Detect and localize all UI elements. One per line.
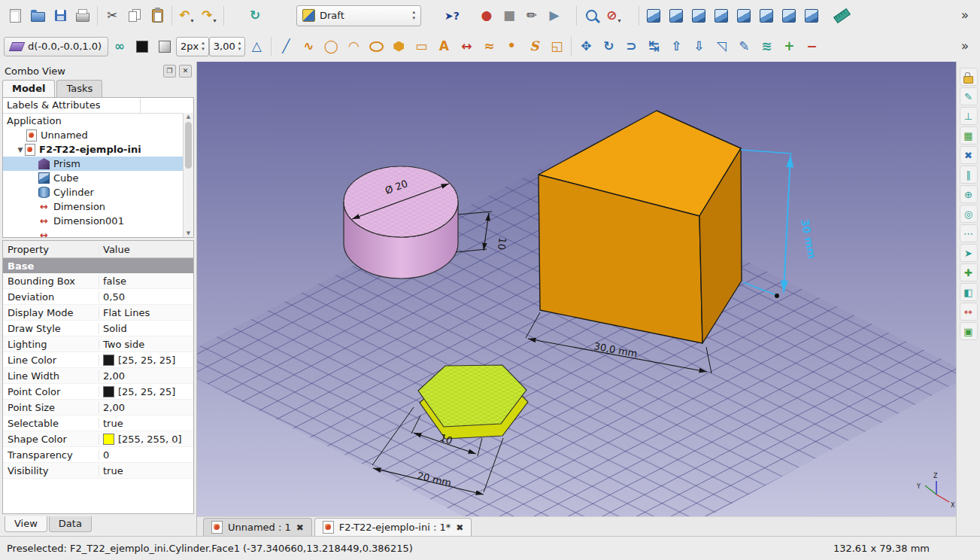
face-color-button[interactable] xyxy=(153,35,176,58)
tab-tasks[interactable]: Tasks xyxy=(56,80,102,97)
workbench-selector[interactable]: Draft ▴▾ xyxy=(296,5,421,26)
snap-perpendicular-button[interactable]: ⊥ xyxy=(960,107,978,125)
paste-button[interactable] xyxy=(146,5,168,27)
whatsthis-button[interactable]: ➤? xyxy=(441,5,463,27)
draft-upgrade-button[interactable]: ⇧ xyxy=(665,35,687,58)
scroll-down-icon[interactable]: ▼ xyxy=(184,230,193,236)
working-plane-button[interactable]: d(-0.0,-0.0,1.0) xyxy=(4,37,108,56)
redo-button[interactable]: ↷▾ xyxy=(198,5,220,27)
tree-item-prism[interactable]: Prism xyxy=(3,157,193,171)
tree-item-dimension[interactable]: ↔Dimension xyxy=(3,199,193,214)
close-tab-icon[interactable]: ✖ xyxy=(296,522,304,533)
draft-arc-button[interactable]: ◠ xyxy=(342,35,365,58)
property-row[interactable]: Selectabletrue xyxy=(3,415,193,431)
property-row[interactable]: Draw StyleSolid xyxy=(3,321,193,336)
property-row[interactable]: Bounding Boxfalse xyxy=(3,273,193,289)
tree-scrollbar[interactable]: ▲ ▼ xyxy=(183,113,193,237)
draft-offset-button[interactable]: ⊃ xyxy=(620,35,642,58)
draft-shapestring-button[interactable]: S xyxy=(523,35,545,58)
draft-text-button[interactable]: A xyxy=(432,35,455,58)
draft-facebinder-button[interactable]: ◱ xyxy=(545,35,568,58)
draft-scale-button[interactable]: ◹ xyxy=(710,35,733,58)
property-row[interactable]: LightingTwo side xyxy=(3,336,193,352)
snap-near-button[interactable]: ➤ xyxy=(960,244,978,262)
copy-button[interactable] xyxy=(123,5,146,27)
macro-stop-button[interactable]: ■ xyxy=(498,5,520,27)
zoom-selection-button[interactable] xyxy=(580,5,602,27)
draft-bspline-button[interactable]: ≈ xyxy=(478,35,500,58)
view-front-button[interactable] xyxy=(687,5,710,27)
draft-line-button[interactable]: ╱ xyxy=(275,35,297,58)
draft-dimension-button[interactable]: ↔ xyxy=(455,35,478,58)
tree-item-dimension001[interactable]: ↔Dimension001 xyxy=(3,214,193,228)
draft-edit-button[interactable]: ✎ xyxy=(733,35,755,58)
draft-circle-button[interactable]: ◯ xyxy=(320,35,342,58)
undo-button[interactable]: ↶▾ xyxy=(175,5,198,27)
scroll-up-icon[interactable]: ▲ xyxy=(184,114,193,120)
line-width-combo[interactable]: 2px ▴▾ xyxy=(176,37,209,56)
close-panel-button[interactable]: ✕ xyxy=(179,65,192,78)
scrollbar-thumb[interactable] xyxy=(185,122,192,169)
save-button[interactable] xyxy=(49,5,71,27)
draft-rotate-button[interactable]: ↻ xyxy=(597,35,620,58)
construction-mode-button[interactable]: △ xyxy=(245,35,268,58)
property-row[interactable]: Deviation0,50 xyxy=(3,289,193,305)
autogroup-button[interactable]: ∞ xyxy=(108,35,131,58)
doc-tab-active[interactable]: F2-T22-ejemplo-ini : 1* ✖ xyxy=(314,518,472,536)
view-top-button[interactable] xyxy=(710,5,733,27)
snap-lock-button[interactable] xyxy=(960,68,978,86)
tree-item-application[interactable]: Application xyxy=(3,114,193,128)
view-bottom-button[interactable] xyxy=(778,5,800,27)
text-size-spinbox[interactable]: 3,00 ▴▾ xyxy=(209,37,245,56)
tree-item-cylinder[interactable]: Cylinder xyxy=(3,185,193,199)
print-button[interactable] xyxy=(71,5,94,27)
snap-special-button[interactable]: ⋯ xyxy=(960,224,978,242)
draft-point-button[interactable]: • xyxy=(500,35,523,58)
view-left-button[interactable] xyxy=(800,5,823,27)
draft-wire-button[interactable]: ∿ xyxy=(297,35,320,58)
property-row[interactable]: Point Color[25, 25, 25] xyxy=(3,384,193,400)
tab-view[interactable]: View xyxy=(5,516,47,532)
snap-center-button[interactable]: ⊕ xyxy=(960,185,978,203)
tree-item-partial[interactable]: ↔ xyxy=(3,228,193,238)
toolbar-overflow-button[interactable]: » xyxy=(954,5,976,27)
tab-model[interactable]: Model xyxy=(2,80,55,97)
draft-trimex-button[interactable]: ↹ xyxy=(642,35,665,58)
tree-item-cube[interactable]: Cube xyxy=(3,171,193,185)
doc-tab-unnamed[interactable]: Unnamed : 1 ✖ xyxy=(203,518,312,536)
float-panel-button[interactable]: ❐ xyxy=(163,65,176,78)
view-rear-button[interactable] xyxy=(755,5,778,27)
snap-midpoint-button[interactable]: ◧ xyxy=(960,283,978,301)
property-row[interactable]: Point Size2,00 xyxy=(3,400,193,415)
view-fit-button[interactable] xyxy=(642,5,665,27)
snap-extension-button[interactable]: ✚ xyxy=(960,263,978,282)
draft-delpoint-button[interactable]: − xyxy=(800,35,823,58)
draft-addpoint-button[interactable]: + xyxy=(778,35,800,58)
macro-edit-button[interactable]: ✏ xyxy=(520,5,543,27)
property-row[interactable]: Visibilitytrue xyxy=(3,463,193,479)
draft-rectangle-button[interactable]: ▭ xyxy=(410,35,432,58)
line-color-button[interactable] xyxy=(131,35,153,58)
close-tab-icon[interactable]: ✖ xyxy=(456,522,463,533)
expand-arrow-icon[interactable]: ▼ xyxy=(16,146,25,154)
draft-subelement-button[interactable]: ≋ xyxy=(755,35,778,58)
snap-intersection-button[interactable]: ✖ xyxy=(960,146,978,164)
draft-move-button[interactable]: ✥ xyxy=(575,35,597,58)
macro-execute-button[interactable]: ▶ xyxy=(543,5,566,27)
property-row[interactable]: Line Color[25, 25, 25] xyxy=(3,352,193,368)
property-row[interactable]: Shape Color[255, 255, 0] xyxy=(3,431,193,447)
open-file-button[interactable] xyxy=(26,5,49,27)
refresh-button[interactable]: ↻ xyxy=(244,5,266,27)
new-file-button[interactable] xyxy=(4,5,26,27)
toolbar-overflow-button[interactable]: » xyxy=(954,35,976,58)
draw-style-button[interactable]: ⊘▾ xyxy=(602,5,625,27)
property-row[interactable]: Display ModeFlat Lines xyxy=(3,305,193,321)
view-axonometric-button[interactable] xyxy=(665,5,687,27)
draft-downgrade-button[interactable]: ⇩ xyxy=(687,35,710,58)
property-group-base[interactable]: Base xyxy=(3,258,193,273)
snap-ortho-button[interactable]: ◎ xyxy=(960,205,978,223)
tab-data[interactable]: Data xyxy=(49,516,92,532)
property-row[interactable]: Line Width2,00 xyxy=(3,368,193,384)
property-row[interactable]: Transparency0 xyxy=(3,447,193,463)
snap-workingplane-button[interactable]: ▣ xyxy=(960,322,978,340)
